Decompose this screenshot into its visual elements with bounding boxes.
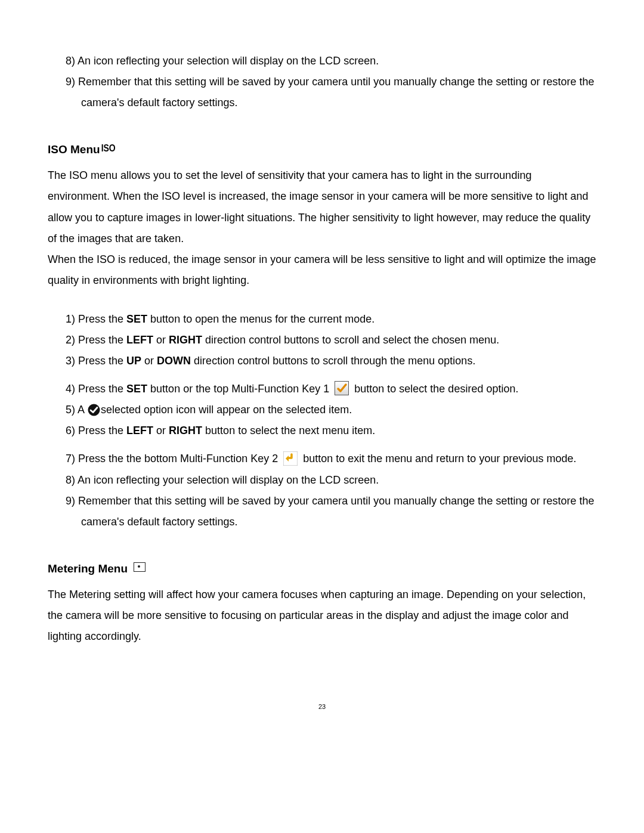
list-number: 1) bbox=[66, 313, 75, 325]
text: or bbox=[141, 355, 157, 367]
text: Press the bbox=[78, 355, 126, 367]
list-item: 6) Press the LEFT or RIGHT button to sel… bbox=[48, 420, 596, 441]
list-number: 9) bbox=[66, 76, 75, 88]
iso-paragraph-2: When the ISO is reduced, the image senso… bbox=[48, 249, 596, 291]
list-text: Remember that this setting will be saved… bbox=[78, 76, 594, 109]
list-text: An icon reflecting your selection will d… bbox=[78, 474, 379, 486]
iso-menu-heading: ISO Menu ISO bbox=[48, 138, 596, 160]
list-item: 3) Press the UP or DOWN direction contro… bbox=[48, 351, 596, 371]
text: Press the bbox=[78, 313, 126, 325]
bold-set: SET bbox=[126, 383, 147, 395]
multifunction-key-2-icon bbox=[283, 451, 298, 466]
text: Press the bbox=[78, 334, 126, 346]
iso-steps-list: 1) Press the SET button to open the menu… bbox=[48, 309, 596, 532]
text: button to select the desired option. bbox=[351, 383, 518, 395]
text: button to select the next menu item. bbox=[202, 425, 375, 436]
list-item: 1) Press the SET button to open the menu… bbox=[48, 309, 596, 330]
selected-check-icon bbox=[88, 404, 100, 416]
bold-right: RIGHT bbox=[169, 425, 202, 436]
list-number: 8) bbox=[66, 55, 75, 67]
heading-text: Metering Menu bbox=[48, 558, 128, 580]
bold-set: SET bbox=[126, 313, 147, 325]
text: Press the bbox=[78, 425, 126, 436]
metering-paragraph: The Metering setting will affect how you… bbox=[48, 584, 596, 647]
metering-icon bbox=[134, 562, 145, 572]
text: A bbox=[78, 404, 87, 416]
text: button to exit the menu and return to yo… bbox=[300, 453, 576, 465]
text: button to open the menus for the current… bbox=[147, 313, 374, 325]
list-text: Remember that this setting will be saved… bbox=[78, 495, 594, 528]
list-item: 7) Press the the bottom Multi-Function K… bbox=[48, 448, 596, 469]
heading-text: ISO Menu bbox=[48, 138, 100, 160]
list-item: 9) Remember that this setting will be sa… bbox=[48, 491, 596, 532]
continued-list: 8) An icon reflecting your selection wil… bbox=[48, 51, 596, 113]
metering-menu-heading: Metering Menu bbox=[48, 558, 596, 580]
bold-down: DOWN bbox=[157, 355, 191, 367]
list-number: 5) bbox=[66, 404, 75, 416]
list-item: 8) An icon reflecting your selection wil… bbox=[48, 51, 596, 72]
text: direction control buttons to scroll and … bbox=[202, 334, 499, 346]
list-number: 3) bbox=[66, 355, 75, 367]
list-item: 5) A selected option icon will appear on… bbox=[48, 400, 596, 420]
list-item: 8) An icon reflecting your selection wil… bbox=[48, 470, 596, 491]
iso-icon: ISO bbox=[101, 139, 116, 157]
bold-left: LEFT bbox=[126, 334, 153, 346]
text: direction control buttons to scroll thro… bbox=[191, 355, 475, 367]
list-item: 9) Remember that this setting will be sa… bbox=[48, 72, 596, 113]
list-number: 4) bbox=[66, 383, 75, 395]
text: Press the the bottom Multi-Function Key … bbox=[78, 453, 281, 465]
text: button or the top Multi-Function Key 1 bbox=[147, 383, 332, 395]
text: or bbox=[153, 334, 169, 346]
text: Press the bbox=[78, 383, 126, 395]
text: selected option icon will appear on the … bbox=[101, 404, 352, 416]
bold-left: LEFT bbox=[126, 425, 153, 436]
page-number: 23 bbox=[48, 701, 596, 713]
list-number: 8) bbox=[66, 474, 75, 486]
list-number: 9) bbox=[66, 495, 75, 507]
list-item: 2) Press the LEFT or RIGHT direction con… bbox=[48, 330, 596, 351]
bold-up: UP bbox=[126, 355, 141, 367]
bold-right: RIGHT bbox=[169, 334, 202, 346]
list-item: 4) Press the SET button or the top Multi… bbox=[48, 379, 596, 400]
multifunction-key-1-icon bbox=[335, 381, 349, 395]
list-number: 7) bbox=[66, 453, 75, 465]
list-number: 6) bbox=[66, 425, 75, 436]
iso-paragraph: The ISO menu allows you to set the level… bbox=[48, 165, 596, 249]
list-text: An icon reflecting your selection will d… bbox=[78, 55, 379, 67]
list-number: 2) bbox=[66, 334, 75, 346]
text: or bbox=[153, 425, 169, 436]
svg-point-0 bbox=[88, 404, 100, 416]
